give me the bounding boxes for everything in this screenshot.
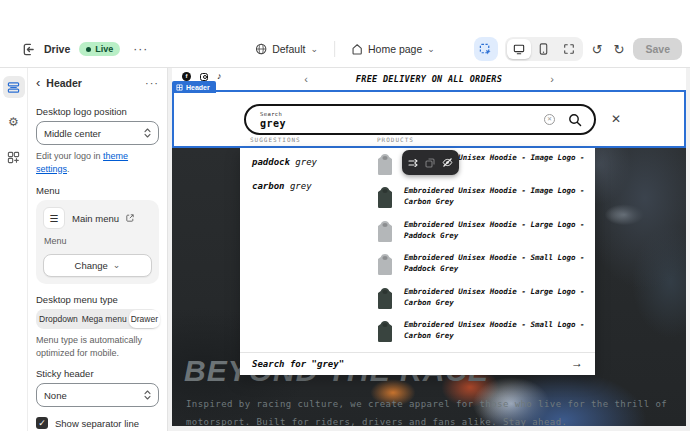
sticky-header-value: None [44, 390, 67, 401]
store-name: Drive [44, 43, 70, 55]
product-thumbnail-hoodie [375, 220, 395, 244]
open-menu-external-icon[interactable] [126, 214, 134, 222]
panel-divider [240, 352, 595, 353]
menu-icon: ☰ [43, 207, 65, 229]
search-bar[interactable]: Search grey ✕ [244, 104, 596, 135]
device-preview-group [505, 37, 583, 61]
announcement-text: FREE DELIVERY ON ALL ORDERS [356, 74, 502, 84]
checkbox-checked-icon[interactable]: ✓ [36, 417, 48, 429]
menu-type-label: Desktop menu type [36, 294, 159, 305]
suggestion-rest: grey [290, 157, 317, 167]
topbar-divider [334, 41, 335, 57]
chevron-down-icon: ⌄ [310, 45, 318, 54]
section-grid-icon [176, 84, 183, 91]
chevron-down-icon: ⌄ [427, 45, 435, 54]
editor-left-rail: ⚙ [0, 68, 28, 431]
live-status-badge: Live [79, 42, 120, 56]
products-heading: PRODUCTS [377, 136, 414, 143]
hide-block-icon[interactable] [442, 157, 453, 168]
exit-editor-icon[interactable] [22, 43, 35, 56]
logo-hint: Edit your logo in theme settings. [36, 150, 159, 175]
globe-icon [255, 43, 267, 55]
logo-hint-text: Edit your logo in [36, 151, 103, 161]
menu-name: Main menu [72, 213, 119, 224]
page-selector[interactable]: Home page ⌄ [345, 40, 441, 58]
search-for-arrow-icon[interactable]: → [571, 356, 583, 370]
locale-value: Default [272, 43, 305, 55]
select-chevrons-icon [144, 390, 151, 400]
separator-line-checkbox-row[interactable]: ✓ Show separator line [36, 417, 159, 429]
product-result-row[interactable]: Embroidered Unisex Hoodie - Large Logo -… [375, 220, 592, 244]
back-icon[interactable]: ‹ [36, 76, 40, 89]
block-hover-toolbar [402, 150, 459, 175]
suggestions-heading: SUGGESTIONS [250, 136, 301, 143]
product-title: Embroidered Unisex Hoodie - Small Logo -… [404, 253, 592, 277]
menu-type-option-drawer[interactable]: Drawer [129, 310, 160, 328]
product-thumbnail-hoodie [375, 253, 395, 277]
chevron-down-icon: ⌄ [113, 261, 121, 270]
product-result-row[interactable]: Embroidered Unisex Hoodie - Small Logo -… [375, 253, 592, 277]
theme-settings-icon[interactable]: ⚙ [3, 111, 25, 133]
separator-line-label: Show separator line [55, 418, 139, 429]
hero-body-text: Inspired by racing culture, we create ap… [186, 395, 678, 426]
suggestion-rest: grey [285, 181, 312, 191]
product-title: Embroidered Unisex Hoodie - Small Logo -… [404, 320, 592, 344]
header-settings-sidebar: ‹ Header ··· Desktop logo position Middl… [28, 68, 168, 431]
inspector-toggle-button[interactable] [474, 37, 498, 61]
product-result-row[interactable]: Embroidered Unisex Hoodie - Large Logo -… [375, 287, 592, 311]
header-section[interactable]: Search grey ✕ ✕ SUGGESTIONS PRODUCTS [172, 90, 686, 148]
suggestion-bold: carbon [252, 181, 285, 191]
menu-type-segmented: Dropdown Mega menu Drawer [36, 309, 159, 329]
move-block-icon[interactable] [408, 158, 418, 168]
desktop-preview-button[interactable] [507, 39, 531, 59]
logo-position-value: Middle center [44, 128, 101, 139]
home-icon [351, 43, 363, 55]
live-label: Live [95, 44, 113, 54]
menu-type-option-mega[interactable]: Mega menu [80, 310, 129, 328]
product-thumbnail-hoodie [375, 186, 395, 210]
header-section-tag[interactable]: Header [172, 81, 216, 93]
product-title: Embroidered Unisex Hoodie - Image Logo -… [404, 186, 592, 210]
mobile-preview-button[interactable] [532, 39, 556, 59]
suggestion-item[interactable]: paddock grey [252, 157, 317, 167]
suggestion-item[interactable]: carbon grey [252, 181, 312, 191]
sidebar-title: Header [46, 77, 82, 89]
announcement-next-icon[interactable]: › [550, 74, 554, 85]
menu-type-option-dropdown[interactable]: Dropdown [37, 310, 80, 328]
product-thumbnail-hoodie [375, 287, 395, 311]
live-dot-icon [86, 47, 91, 52]
menu-type-hint: Menu type is automatically optimized for… [36, 334, 159, 359]
header-tag-label: Header [186, 84, 210, 91]
product-title: Embroidered Unisex Hoodie - Large Logo -… [404, 220, 592, 244]
logo-hint-suffix: . [67, 164, 70, 174]
search-results-panel: paddock grey carbon grey Embroidered Uni… [240, 148, 595, 375]
product-result-row[interactable]: Embroidered Unisex Hoodie - Image Logo -… [375, 186, 592, 210]
product-title: Embroidered Unisex Hoodie - Large Logo -… [404, 287, 592, 311]
fullscreen-preview-button[interactable] [557, 39, 581, 59]
product-thumbnail-hoodie [375, 153, 395, 177]
app-embeds-icon[interactable] [3, 146, 25, 168]
search-for-link[interactable]: Search for "grey" [252, 359, 344, 369]
locale-selector[interactable]: Default ⌄ [249, 40, 324, 58]
clear-search-icon[interactable]: ✕ [544, 114, 555, 125]
change-menu-button[interactable]: Change ⌄ [43, 254, 152, 277]
search-field-label: Search [260, 111, 544, 117]
duplicate-block-icon[interactable] [425, 158, 435, 168]
select-chevrons-icon [144, 128, 151, 138]
announcement-prev-icon[interactable]: ‹ [304, 74, 308, 85]
close-search-icon[interactable]: ✕ [611, 112, 621, 126]
theme-editor: Drive Live ··· Default ⌄ [0, 0, 690, 431]
search-input[interactable]: grey [260, 118, 544, 129]
product-result-row[interactable]: Embroidered Unisex Hoodie - Small Logo -… [375, 320, 592, 344]
undo-icon[interactable]: ↺ [590, 42, 605, 57]
logo-position-select[interactable]: Middle center [36, 121, 159, 145]
store-overflow-menu-icon[interactable]: ··· [133, 42, 148, 56]
redo-icon[interactable]: ↻ [612, 42, 627, 57]
menu-picker-card: ☰ Main menu Menu Change ⌄ [36, 200, 159, 284]
sections-panel-icon[interactable] [3, 76, 25, 98]
save-button[interactable]: Save [633, 38, 682, 60]
sticky-header-select[interactable]: None [36, 383, 159, 407]
page-value: Home page [368, 43, 422, 55]
search-submit-icon[interactable] [568, 113, 582, 127]
section-overflow-menu-icon[interactable]: ··· [145, 77, 159, 89]
